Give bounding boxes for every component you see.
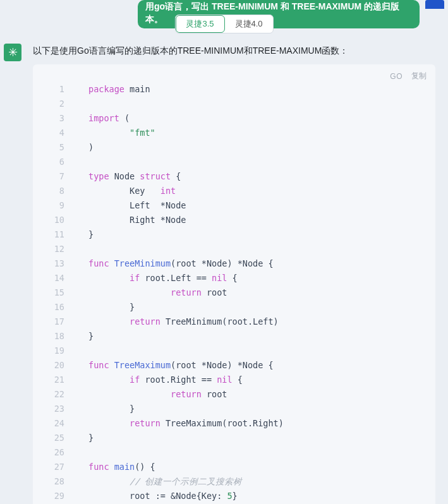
- code-line: return TreeMinimum(root.Left): [88, 315, 435, 329]
- code-area[interactable]: package main import ( "fmt") type Node s…: [33, 64, 435, 504]
- line-number: 10: [33, 213, 78, 227]
- line-number: 7: [33, 169, 78, 184]
- code-line: [88, 155, 435, 169]
- code-line: type Node struct {: [88, 169, 435, 184]
- code-line: return root: [88, 387, 435, 402]
- code-line: root := &Node{Key: 5}: [88, 489, 435, 503]
- line-number: 18: [33, 329, 78, 344]
- assistant-intro-text: 以下是使用Go语言编写的递归版本的TREE-MINIMUM和TREE-MAXIM…: [33, 45, 429, 57]
- line-number: 6: [33, 155, 78, 169]
- code-line: func TreeMinimum(root *Node) *Node {: [88, 256, 435, 271]
- code-line: }: [88, 300, 435, 315]
- line-number: 25: [33, 431, 78, 445]
- code-line: }: [88, 227, 435, 242]
- tab-model-40[interactable]: 灵捷4.0: [225, 15, 273, 33]
- code-line: }: [88, 329, 435, 344]
- sparkle-icon: ✳: [8, 45, 18, 59]
- model-switcher: 灵捷3.5 灵捷4.0: [174, 15, 273, 33]
- code-line: if root.Left == nil {: [88, 271, 435, 285]
- code-block: GO 复制 1234567891011121314151617181920212…: [33, 64, 435, 504]
- line-number: 22: [33, 387, 78, 402]
- line-number: 19: [33, 344, 78, 358]
- line-number: 11: [33, 227, 78, 242]
- code-line: if root.Right == nil {: [88, 373, 435, 387]
- code-line: }: [88, 431, 435, 445]
- line-number: 16: [33, 300, 78, 315]
- line-number: 13: [33, 256, 78, 271]
- line-number: 26: [33, 445, 78, 460]
- line-number: 3: [33, 111, 78, 126]
- code-toolbar: GO 复制: [390, 71, 427, 81]
- code-lines: package main import ( "fmt") type Node s…: [88, 82, 435, 503]
- code-language-label: GO: [390, 72, 403, 81]
- code-line: "fmt": [88, 126, 435, 140]
- code-line: package main: [88, 82, 435, 97]
- line-number: 15: [33, 285, 78, 300]
- copy-button[interactable]: 复制: [411, 71, 427, 81]
- code-line: }: [88, 402, 435, 416]
- code-line: func main() {: [88, 460, 435, 474]
- code-line: Key int: [88, 184, 435, 198]
- code-line: [88, 242, 435, 256]
- code-line: [88, 97, 435, 111]
- code-line: Left *Node: [88, 198, 435, 213]
- line-number: 1: [33, 82, 78, 97]
- code-line: return TreeMaximum(root.Right): [88, 416, 435, 431]
- line-number: 4: [33, 126, 78, 140]
- code-line: func TreeMaximum(root *Node) *Node {: [88, 358, 435, 373]
- code-line: // 创建一个示例二叉搜索树: [88, 474, 435, 489]
- line-number: 20: [33, 358, 78, 373]
- code-line: import (: [88, 111, 435, 126]
- line-number: 23: [33, 402, 78, 416]
- code-line: return root: [88, 285, 435, 300]
- code-line: [88, 445, 435, 460]
- user-avatar: [425, 0, 444, 9]
- code-line: [88, 344, 435, 358]
- line-number: 24: [33, 416, 78, 431]
- line-number: 27: [33, 460, 78, 474]
- line-number: 14: [33, 271, 78, 285]
- line-number-gutter: 1234567891011121314151617181920212223242…: [33, 82, 78, 503]
- line-number: 28: [33, 474, 78, 489]
- line-number: 9: [33, 198, 78, 213]
- line-number: 29: [33, 489, 78, 503]
- line-number: 5: [33, 140, 78, 155]
- code-line: Right *Node: [88, 213, 435, 227]
- line-number: 17: [33, 315, 78, 329]
- tab-model-35[interactable]: 灵捷3.5: [175, 15, 224, 33]
- line-number: 21: [33, 373, 78, 387]
- line-number: 8: [33, 184, 78, 198]
- code-line: ): [88, 140, 435, 155]
- line-number: 12: [33, 242, 78, 256]
- line-number: 2: [33, 97, 78, 111]
- assistant-avatar: ✳: [4, 44, 21, 61]
